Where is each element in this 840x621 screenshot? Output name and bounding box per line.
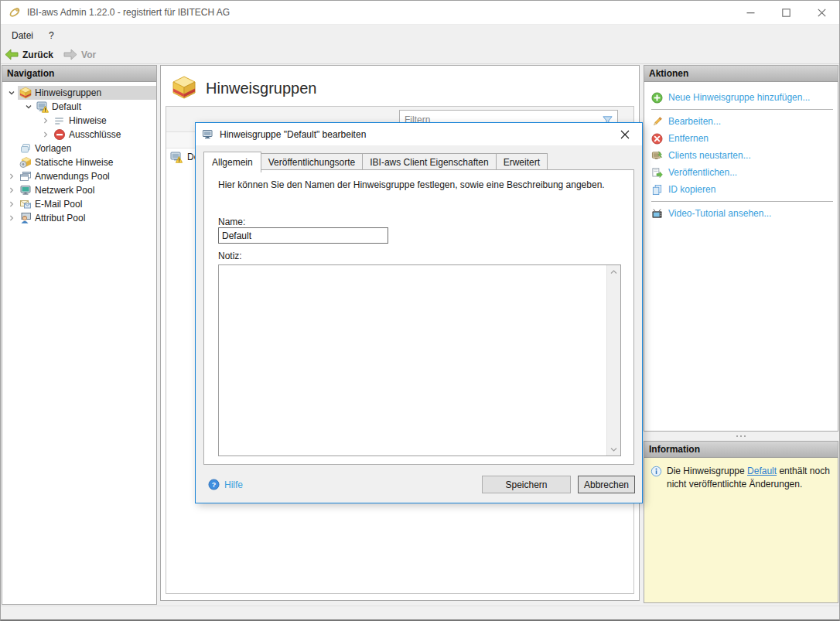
chevron-down-icon[interactable] [5,89,18,97]
chevron-right-icon[interactable] [39,131,52,138]
tree-item-vorlagen[interactable]: Vorlagen [2,142,156,155]
help-label: Hilfe [224,479,243,490]
cancel-button[interactable]: Abbrechen [578,476,635,493]
notice-group-warning-icon [36,101,49,113]
navigation-header: Navigation [2,66,156,82]
restart-clients-icon [651,150,663,162]
action-label: ID kopieren [668,184,715,195]
forward-button[interactable]: Vor [60,46,102,63]
action-label: Entfernen [668,133,709,144]
title-bar: IBI-aws Admin 1.22.0 - registriert für I… [1,1,839,25]
actions-panel: Aktionen Neue Hinweisgruppe hinzufügen..… [644,65,838,432]
information-header: Information [644,441,838,458]
tree-item-default[interactable]: Default [2,100,156,114]
dialog-description: Hier können Sie den Namen der Hinweisgru… [218,179,620,190]
chevron-right-icon[interactable] [5,200,18,208]
chevron-down-icon[interactable] [22,103,35,111]
menu-item-help[interactable]: ? [41,25,62,46]
tree-item-statische-hinweise[interactable]: Statische Hinweise [2,155,156,169]
information-text: Die Hinweisgruppe Default enthält noch n… [667,465,831,492]
note-textarea[interactable] [219,265,607,456]
panel-splitter-grip[interactable] [644,432,838,441]
help-icon: ? [208,479,220,490]
action-label: Video-Tutorial ansehen... [668,208,771,219]
notice-group-warning-icon [170,151,183,163]
nav-toolbar: Zurück Vor [1,46,839,64]
tab-allgemein[interactable]: Allgemein [203,152,261,172]
notice-groups-icon [19,87,32,99]
chevron-right-icon[interactable] [5,172,18,180]
window-title: IBI-aws Admin 1.22.0 - registriert für I… [27,7,732,18]
scroll-up-icon[interactable] [607,265,620,278]
tree-item-ausschluesse[interactable]: Ausschlüsse [2,128,156,142]
tree-item-netzwerk-pool[interactable]: Netzwerk Pool [2,183,156,197]
tree-item-label: E-Mail Pool [35,199,82,210]
tree-item-attribut-pool[interactable]: Attribut Pool [2,211,156,225]
action-restart-clients[interactable]: Clients neustarten... [644,147,838,164]
action-copy-id[interactable]: ID kopieren [644,181,838,198]
status-bar [1,606,839,621]
email-pool-icon [19,198,32,210]
copy-icon [651,184,663,196]
dialog-monitor-icon [202,128,214,141]
name-label: Name: [218,217,245,227]
tree-item-hinweise[interactable]: Hinweise [2,114,156,128]
right-column: Aktionen Neue Hinweisgruppe hinzufügen..… [644,65,838,603]
tree-item-label: Anwendungs Pool [35,171,110,182]
network-pool-icon [19,184,32,196]
maximize-button[interactable] [768,1,804,24]
note-scrollbar[interactable] [606,265,620,456]
forward-label: Vor [81,49,96,60]
edit-icon [651,116,663,128]
name-input[interactable] [218,227,388,244]
dialog-title-bar: Hinweisgruppe "Default" bearbeiten [196,123,642,145]
action-edit[interactable]: Bearbeiten... [644,113,838,130]
help-link[interactable]: ? Hilfe [208,479,243,490]
menu-item-datei[interactable]: Datei [1,25,41,46]
tree-item-label: Default [52,101,81,112]
notice-groups-large-icon [172,75,196,102]
chevron-right-icon[interactable] [5,186,18,194]
tree-item-label: Netzwerk Pool [35,185,94,196]
action-label: Bearbeiten... [668,116,721,127]
information-panel: Information Die Hinweisgruppe Default en… [644,441,838,603]
chevron-right-icon[interactable] [5,214,18,222]
scroll-down-icon[interactable] [607,442,620,456]
info-default-link[interactable]: Default [747,466,777,476]
save-button[interactable]: Speichern [482,476,571,493]
tree-item-label: Hinweise [69,115,107,126]
note-label: Notiz: [218,251,242,261]
back-button[interactable]: Zurück [1,46,60,63]
dialog-title: Hinweisgruppe "Default" bearbeiten [220,129,602,140]
info-icon [650,466,662,477]
action-label: Neue Hinweisgruppe hinzufügen... [668,92,810,103]
back-arrow-icon [5,49,19,60]
dialog-close-button[interactable] [607,123,642,145]
tree-item-hinweisgruppen[interactable]: Hinweisgruppen [2,86,156,100]
minimize-button[interactable] [732,1,768,24]
chevron-right-icon[interactable] [39,117,52,125]
tree-item-email-pool[interactable]: E-Mail Pool [2,197,156,211]
tab-page-allgemein: Hier können Sie den Namen der Hinweisgru… [203,169,634,465]
app-window: IBI-aws Admin 1.22.0 - registriert für I… [0,0,840,621]
tree-item-label: Ausschlüsse [69,129,121,140]
action-label: Clients neustarten... [668,150,751,161]
note-field [218,264,621,456]
tree-item-label: Hinweisgruppen [35,87,101,98]
remove-icon [651,133,663,145]
actions-header: Aktionen [644,65,838,82]
app-icon [9,6,21,19]
action-video-tutorial[interactable]: Video-Tutorial ansehen... [644,205,838,222]
action-remove[interactable]: Entfernen [644,130,838,147]
svg-text:?: ? [212,481,216,489]
tree-item-label: Vorlagen [35,143,71,154]
action-publish[interactable]: Veröffentlichen... [644,164,838,181]
actions-separator [651,201,833,202]
publish-icon [651,167,663,179]
maximize-icon [782,9,790,17]
close-button[interactable] [804,1,839,24]
action-add-notice-group[interactable]: Neue Hinweisgruppe hinzufügen... [644,89,838,106]
minimize-icon [746,9,755,17]
tree-item-anwendungs-pool[interactable]: Anwendungs Pool [2,169,156,183]
attribute-pool-icon [19,212,32,224]
